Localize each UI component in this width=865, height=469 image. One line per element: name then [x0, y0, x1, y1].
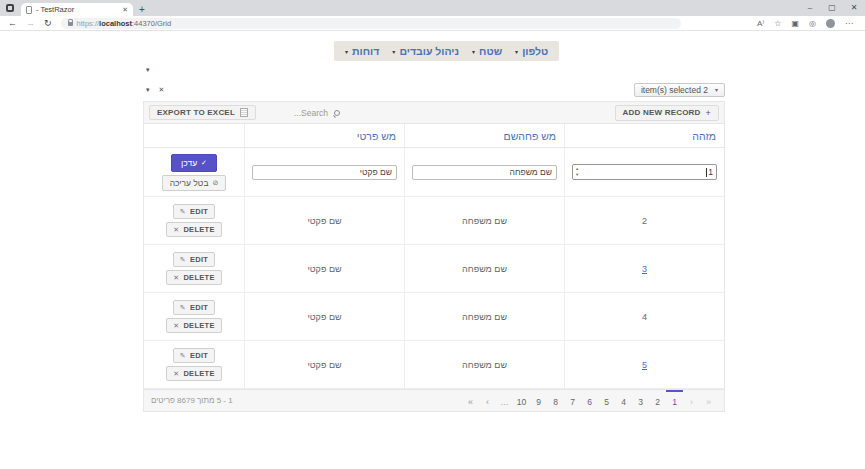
x-icon: ✕ — [173, 322, 179, 330]
tab-strip: - TestRazor ✕ + – ▢ ✕ — [0, 0, 865, 16]
favorites-star-icon[interactable]: ☆ — [774, 19, 781, 28]
family-name-input[interactable] — [412, 165, 557, 180]
browser-essentials-icon[interactable]: ◎ — [809, 19, 816, 28]
cell-edit-commands: ✓ עדכן ⊘ בטל עריכה — [144, 148, 244, 196]
close-button[interactable]: ✕ — [843, 0, 865, 16]
url-text: https://localhost:44370/Grid — [77, 19, 172, 28]
pager-page-4[interactable]: 4 — [615, 390, 632, 411]
tab-close-icon[interactable]: ✕ — [122, 6, 128, 14]
browser-tab[interactable]: - TestRazor ✕ — [21, 3, 133, 16]
new-tab-button[interactable]: + — [139, 4, 145, 15]
pager-prev-icon[interactable]: ‹ — [479, 390, 496, 411]
cell-first-edit — [244, 148, 404, 196]
pager-page-5[interactable]: 5 — [598, 390, 615, 411]
nav-item-employees[interactable]: ניהול עובדים▾ — [392, 45, 459, 57]
column-header-first-name[interactable]: מש פרטי — [244, 124, 404, 147]
cell-id: 4 — [564, 293, 724, 340]
spinner-down-icon[interactable]: ▾ — [576, 173, 578, 178]
collections-icon[interactable]: ▣ — [791, 19, 799, 28]
window-controls: – ▢ ✕ — [799, 0, 865, 16]
pager-ellipsis[interactable]: … — [496, 390, 513, 411]
column-header-family-name[interactable]: מש פחהשם — [404, 124, 564, 147]
pager-page-6[interactable]: 6 — [581, 390, 598, 411]
cell-family-edit — [404, 148, 564, 196]
search-icon[interactable] — [334, 110, 340, 116]
id-numeric-input[interactable]: 1 ▴ ▾ — [572, 164, 717, 180]
table-row[interactable]: 2 שם משפחה שם פקטי EDIT✎ DELETE✕ — [144, 197, 724, 245]
pager-last-icon: » — [700, 390, 717, 411]
close-icon[interactable]: ✕ — [159, 86, 165, 94]
cell-first: שם פקטי — [244, 245, 404, 292]
edit-button[interactable]: EDIT✎ — [173, 348, 215, 363]
refresh-button[interactable]: ↻ — [44, 19, 52, 28]
nav-item-phone[interactable]: טלפון▾ — [515, 45, 548, 57]
back-button[interactable]: ← — [8, 19, 17, 28]
grid-pager: 1 - 5 מתוך 8679 פריטים « ‹ … 10 9 8 7 6 … — [144, 389, 724, 411]
profile-avatar[interactable] — [826, 19, 835, 28]
minimize-button[interactable]: – — [799, 0, 821, 16]
nav-item-reports[interactable]: דוחות▾ — [345, 45, 379, 57]
table-row[interactable]: 4 שם משפחה שם פקטי EDIT✎ DELETE✕ — [144, 293, 724, 341]
more-menu-icon[interactable]: ⋯ — [845, 19, 853, 28]
row-id: 4 — [571, 312, 718, 322]
chevron-down-icon[interactable]: ▾ — [146, 86, 150, 94]
pager-page-10[interactable]: 10 — [513, 390, 530, 411]
pager-page-8[interactable]: 8 — [547, 390, 564, 411]
chevron-down-icon[interactable]: ▾ — [146, 66, 150, 74]
row-id: 2 — [571, 216, 718, 226]
cell-first: שם פקטי — [244, 293, 404, 340]
search-input[interactable] — [264, 108, 328, 118]
cancel-edit-button[interactable]: ⊘ בטל עריכה — [162, 175, 227, 191]
chevron-down-icon: ▾ — [392, 48, 395, 55]
spinner-buttons[interactable]: ▴ ▾ — [573, 167, 581, 177]
cancel-circle-icon: ⊘ — [213, 179, 219, 187]
edit-button[interactable]: EDIT✎ — [173, 300, 215, 315]
cell-id: 3 — [564, 245, 724, 292]
first-name-input[interactable] — [252, 165, 397, 180]
update-button[interactable]: ✓ עדכן — [171, 154, 217, 172]
edit-button[interactable]: EDIT✎ — [173, 252, 215, 267]
cell-commands: EDIT✎ DELETE✕ — [144, 197, 244, 244]
chevron-down-icon: ▾ — [472, 48, 475, 55]
grid-toolbar: ADD NEW RECORD + EXPORT TO EXCEL — [144, 102, 724, 124]
pencil-icon: ✎ — [180, 352, 186, 360]
pager-next-icon: › — [683, 390, 700, 411]
add-new-record-button[interactable]: ADD NEW RECORD + — [615, 105, 719, 121]
column-header-id[interactable]: מזהה — [564, 124, 724, 147]
address-bar[interactable]: https://localhost:44370/Grid — [61, 18, 681, 29]
tab-actions-icon[interactable] — [6, 4, 14, 12]
cell-id: 2 — [564, 197, 724, 244]
items-selected-dropdown[interactable]: item(s) selected 2 ▾ — [634, 83, 725, 97]
delete-button[interactable]: DELETE✕ — [166, 318, 222, 333]
text-cursor — [706, 168, 707, 177]
pager-page-7[interactable]: 7 — [564, 390, 581, 411]
read-aloud-icon[interactable]: A⁾ — [757, 19, 764, 28]
pager-page-3[interactable]: 3 — [632, 390, 649, 411]
excel-file-icon — [240, 108, 248, 117]
restore-button[interactable]: ▢ — [821, 0, 843, 16]
row-id-link[interactable]: 3 — [571, 264, 718, 274]
edit-button[interactable]: EDIT✎ — [173, 204, 215, 219]
cell-first: שם פקטי — [244, 197, 404, 244]
data-grid: ADD NEW RECORD + EXPORT TO EXCEL — [143, 101, 725, 412]
delete-button[interactable]: DELETE✕ — [166, 222, 222, 237]
nav-item-area[interactable]: שטח▾ — [472, 45, 502, 57]
spinner-up-icon[interactable]: ▴ — [576, 167, 578, 172]
delete-button[interactable]: DELETE✕ — [166, 270, 222, 285]
tab-title: - TestRazor — [36, 5, 118, 14]
pager-page-9[interactable]: 9 — [530, 390, 547, 411]
pager-first-icon[interactable]: « — [462, 390, 479, 411]
page-favicon-icon — [26, 6, 32, 14]
table-row[interactable]: 5 שם משפחה שם פקטי EDIT✎ DELETE✕ — [144, 341, 724, 389]
export-to-excel-button[interactable]: EXPORT TO EXCEL — [149, 105, 256, 120]
row-id-link[interactable]: 5 — [571, 360, 718, 370]
grid-search — [264, 108, 340, 118]
cell-id-edit: 1 ▴ ▾ — [564, 148, 724, 196]
delete-button[interactable]: DELETE✕ — [166, 366, 222, 381]
table-row[interactable]: 3 שם משפחה שם פקטי EDIT✎ DELETE✕ — [144, 245, 724, 293]
pencil-icon: ✎ — [180, 208, 186, 216]
id-value: 1 — [708, 167, 713, 177]
pager-page-2[interactable]: 2 — [649, 390, 666, 411]
pager-page-1-current[interactable]: 1 — [666, 390, 683, 411]
plus-icon: + — [706, 108, 711, 118]
